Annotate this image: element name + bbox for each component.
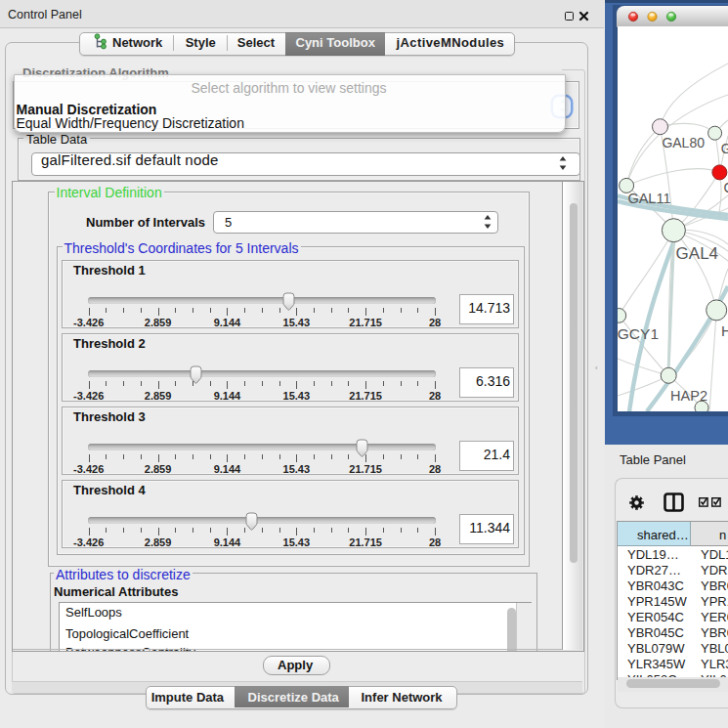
svg-text:C: C [723, 180, 728, 195]
svg-text:GCY1: GCY1 [618, 325, 659, 342]
svg-text:G: G [721, 141, 728, 156]
svg-text:GAL11: GAL11 [627, 191, 670, 206]
svg-text:GAL4: GAL4 [676, 244, 718, 263]
svg-text:HAP2: HAP2 [670, 388, 707, 404]
svg-text:H: H [721, 322, 728, 339]
svg-text:GAL80: GAL80 [662, 135, 705, 150]
